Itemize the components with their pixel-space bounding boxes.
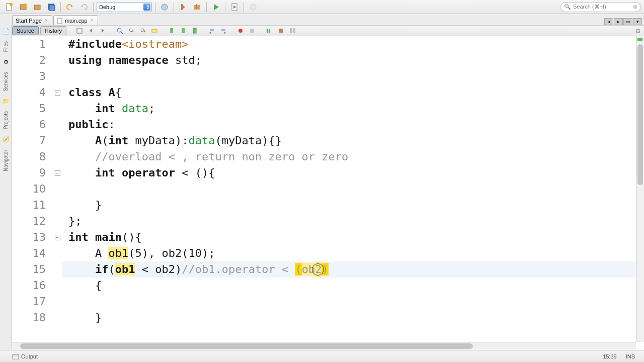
find-next-button[interactable] — [138, 26, 148, 35]
output-panel-toggle[interactable]: Output — [0, 353, 38, 360]
last-edit-button[interactable] — [74, 26, 85, 35]
clear-icon[interactable]: ⊗ — [633, 4, 637, 10]
code-line[interactable]: int main(){ — [62, 229, 636, 245]
line-number: 5 — [12, 101, 52, 117]
vertical-scrollbar[interactable] — [636, 36, 644, 342]
code-line[interactable]: } — [62, 310, 636, 326]
find-selection-button[interactable] — [115, 26, 125, 35]
code-line[interactable] — [62, 294, 636, 310]
scrollbar-thumb[interactable] — [637, 44, 643, 185]
scrollbar-thumb[interactable] — [20, 343, 473, 349]
code-line[interactable]: A ob1(5), ob2(10); — [62, 245, 636, 261]
next-bookmark-button[interactable] — [178, 26, 188, 35]
code-line[interactable]: class A{ — [62, 84, 636, 101]
new-file-button[interactable] — [3, 2, 15, 13]
prev-bookmark-button[interactable] — [167, 26, 177, 35]
projects-label[interactable]: Projects — [3, 111, 9, 129]
collapse-toolbar-button[interactable]: ⊟ — [634, 27, 642, 35]
uncomment-button[interactable] — [276, 26, 286, 35]
undo-button[interactable] — [64, 2, 76, 13]
build-button[interactable] — [177, 2, 189, 13]
code-line[interactable]: //overload < , return non zero or zero — [62, 149, 636, 165]
line-number: 15 — [12, 261, 52, 278]
code-line[interactable] — [62, 68, 636, 84]
code-line[interactable] — [62, 181, 636, 197]
svg-rect-6 — [49, 5, 55, 11]
history-tab[interactable]: History — [40, 26, 66, 35]
source-tab[interactable]: Source — [12, 26, 39, 35]
code-line[interactable]: #include<iostream> — [62, 36, 636, 52]
code-line[interactable]: } — [62, 197, 636, 213]
clean-build-button[interactable] — [191, 2, 203, 13]
svg-rect-29 — [182, 28, 185, 33]
line-number: 12 — [12, 213, 52, 229]
svg-rect-18 — [77, 28, 82, 33]
tab-main-cpp[interactable]: main.cpp × — [53, 15, 98, 25]
services-icon[interactable]: ⚙ — [2, 58, 10, 66]
files-icon[interactable]: 📄 — [2, 27, 10, 35]
find-prev-button[interactable] — [126, 26, 136, 35]
debug-button[interactable] — [228, 2, 240, 13]
goto-header-button[interactable] — [287, 26, 297, 35]
open-button[interactable] — [31, 2, 43, 13]
fold-icon[interactable]: − — [55, 235, 60, 240]
projects-icon[interactable]: 📁 — [2, 97, 10, 105]
navigator-label[interactable]: Navigator — [3, 150, 9, 171]
host-button[interactable] — [158, 2, 171, 13]
svg-marker-36 — [224, 32, 226, 34]
comment-button[interactable] — [264, 26, 274, 35]
stop-macro-button[interactable] — [247, 26, 257, 35]
maximize-button[interactable]: ▭ — [623, 18, 632, 25]
code-line[interactable]: public: — [62, 117, 636, 133]
code-editor[interactable]: 123456789101112131415161718 −−− #include… — [12, 36, 644, 350]
profile-button[interactable] — [247, 2, 259, 13]
svg-rect-40 — [269, 29, 270, 33]
config-select[interactable]: Debug ▴▾ — [97, 2, 152, 12]
navigator-icon[interactable]: 🧭 — [2, 136, 10, 144]
line-number: 18 — [12, 310, 52, 326]
redo-button[interactable] — [78, 2, 90, 13]
close-icon[interactable]: × — [90, 18, 95, 23]
sidebar-left: 📄 Files ⚙ Services 📁 Projects 🧭 Navigato… — [0, 25, 12, 350]
run-button[interactable] — [210, 2, 222, 13]
tab-label: Start Page — [16, 18, 42, 24]
search-icon: 🔍 — [564, 4, 571, 10]
svg-line-22 — [121, 32, 123, 34]
file-icon — [57, 18, 63, 24]
fold-icon[interactable]: − — [55, 90, 60, 96]
tab-start-page[interactable]: Start Page × — [12, 15, 52, 25]
line-number: 3 — [12, 68, 52, 84]
code-line[interactable]: int data; — [62, 101, 636, 117]
shift-left-button[interactable] — [207, 26, 217, 35]
services-label[interactable]: Services — [3, 72, 9, 91]
toggle-highlight-button[interactable] — [149, 26, 159, 35]
code-line[interactable]: using namespace std; — [62, 52, 636, 68]
back-button[interactable] — [86, 26, 96, 35]
code-area[interactable]: #include<iostream>using namespace std;cl… — [62, 36, 636, 342]
dropdown-button[interactable]: ▾ — [633, 18, 642, 25]
code-line[interactable]: if(ob1 < ob2)//ob1.operator < (ob2) — [62, 261, 636, 278]
code-line[interactable]: { — [62, 278, 636, 294]
line-number: 1 — [12, 36, 52, 52]
toggle-bookmark-button[interactable] — [190, 26, 200, 35]
record-macro-button[interactable] — [235, 26, 246, 35]
svg-rect-38 — [250, 29, 254, 33]
svg-rect-4 — [34, 5, 40, 10]
scroll-left-button[interactable]: ◂ — [604, 18, 613, 25]
files-label[interactable]: Files — [3, 41, 9, 52]
search-input[interactable]: 🔍 Search (⌘+I) ⊗ — [560, 2, 641, 12]
status-stripe — [637, 38, 642, 41]
close-icon[interactable]: × — [44, 18, 49, 23]
svg-rect-28 — [170, 28, 173, 33]
fold-icon[interactable]: − — [55, 170, 60, 176]
code-line[interactable]: A(int myData):data(myData){} — [62, 133, 636, 149]
code-line[interactable]: int operator < (){ — [62, 165, 636, 181]
line-number: 17 — [12, 294, 52, 310]
shift-right-button[interactable] — [218, 26, 228, 35]
forward-button[interactable] — [98, 26, 108, 35]
scroll-right-button[interactable]: ▸ — [614, 18, 623, 25]
save-all-button[interactable] — [45, 2, 57, 13]
code-line[interactable]: }; — [62, 213, 636, 229]
new-project-button[interactable] — [17, 2, 29, 13]
horizontal-scrollbar[interactable] — [12, 342, 636, 350]
